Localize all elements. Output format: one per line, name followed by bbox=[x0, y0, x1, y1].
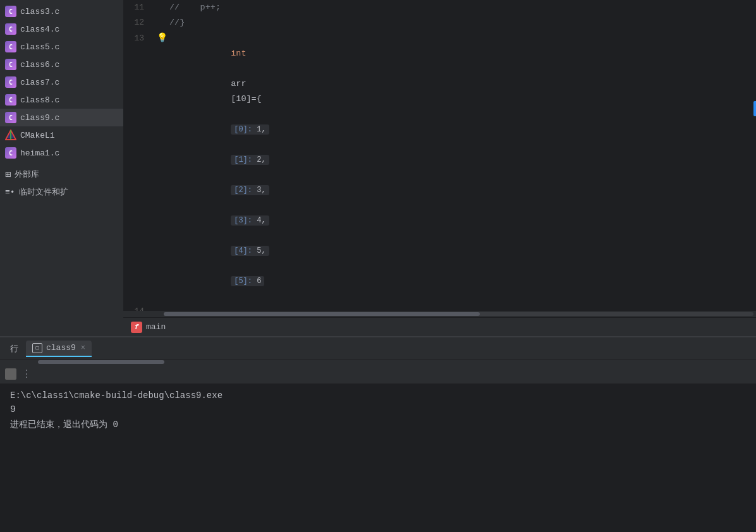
breadcrumb-func-name: main bbox=[146, 322, 166, 332]
space bbox=[231, 261, 236, 270]
sidebar-item-cmake[interactable]: CMakeLi bbox=[0, 126, 123, 144]
sidebar-item-class7[interactable]: C class7.c bbox=[0, 73, 123, 91]
c-file-icon: C bbox=[5, 59, 16, 70]
panel-toolbar: ⋮ bbox=[0, 364, 756, 384]
svg-text:C: C bbox=[9, 8, 13, 15]
bottom-panel: 行 ▢ class9 × ⋮ E:\c\class1\cmake-build-d… bbox=[0, 336, 756, 532]
line-gutter-13: 💡 bbox=[154, 30, 169, 45]
tab-close-button[interactable]: × bbox=[81, 344, 85, 353]
sidebar-item-label: class9.c bbox=[20, 113, 59, 123]
svg-text:C: C bbox=[9, 61, 13, 68]
line-number-14: 14 bbox=[126, 304, 154, 311]
svg-text:C: C bbox=[9, 150, 13, 157]
code-line-12: 12 //} bbox=[123, 15, 756, 30]
panel-scrollbar-track[interactable] bbox=[0, 360, 756, 364]
hint-2: [2]: 3, bbox=[231, 185, 269, 195]
code-line-14: 14 printf ( format: "%d" , &arr[9]-&arr[… bbox=[123, 304, 756, 311]
sidebar-item-class4[interactable]: C class4.c bbox=[0, 20, 123, 38]
terminal-icon: ▢ bbox=[32, 343, 42, 353]
output-path: E:\c\class1\cmake-build-debug\class9.exe bbox=[10, 390, 746, 401]
output-exit-msg: 进程已结束，退出代码为 0 bbox=[10, 419, 746, 430]
sidebar-item-class5[interactable]: C class5.c bbox=[0, 38, 123, 56]
hint-5: [5]: 6 bbox=[231, 276, 264, 286]
output-result: 9 bbox=[10, 404, 746, 415]
temp-files-section[interactable]: ≡• 临时文件和扩 bbox=[0, 183, 123, 201]
cmake-file-icon bbox=[5, 130, 16, 141]
hint-4: [4]: 5, bbox=[231, 246, 269, 256]
space bbox=[231, 231, 236, 240]
sidebar-item-heima1[interactable]: C heima1.c bbox=[0, 144, 123, 162]
svg-text:C: C bbox=[9, 44, 13, 51]
panel-tab-class9[interactable]: ▢ class9 × bbox=[26, 341, 92, 357]
sidebar-item-class3[interactable]: C class3.c bbox=[0, 3, 123, 20]
panel-tabs: 行 ▢ class9 × bbox=[0, 337, 756, 360]
sidebar-item-class9[interactable]: C class9.c bbox=[0, 109, 123, 126]
c-file-icon: C bbox=[5, 23, 16, 35]
right-accent-bar bbox=[753, 101, 756, 116]
panel-scrollbar-thumb[interactable] bbox=[38, 360, 164, 364]
sidebar-item-label: CMakeLi bbox=[20, 131, 55, 140]
panel-menu-icon[interactable]: ⋮ bbox=[21, 368, 32, 380]
c-file-icon: C bbox=[5, 41, 16, 52]
sidebar-item-label: class6.c bbox=[20, 60, 59, 70]
sidebar-item-class6[interactable]: C class6.c bbox=[0, 56, 123, 73]
line-code-13: int arr [10]={ [0]: 1, [1]: 2, [2]: 3, [… bbox=[169, 31, 269, 304]
c-file-icon: C bbox=[5, 94, 16, 106]
tab-label: class9 bbox=[46, 343, 76, 353]
sidebar-item-label: class8.c bbox=[20, 95, 59, 105]
line-code-12: //} bbox=[169, 15, 185, 30]
var-arr: arr bbox=[231, 79, 246, 88]
panel-scrollbar[interactable] bbox=[0, 360, 756, 364]
editor-area: 11 // p++; 12 //} 13 💡 bbox=[123, 0, 756, 336]
sidebar-item-label: class7.c bbox=[20, 78, 59, 87]
external-libs-section[interactable]: ⊞ 外部库 bbox=[0, 166, 123, 183]
temp-files-icon: ≡• bbox=[5, 188, 15, 197]
line-code-11: // p++; bbox=[169, 0, 221, 15]
sidebar-item-label: class3.c bbox=[20, 7, 59, 16]
line-number-12: 12 bbox=[126, 15, 154, 30]
code-container[interactable]: 11 // p++; 12 //} 13 💡 bbox=[123, 0, 756, 311]
space bbox=[231, 200, 236, 210]
sidebar-item-label: class5.c bbox=[20, 42, 59, 52]
code-line-11: 11 // p++; bbox=[123, 0, 756, 15]
sidebar-item-class8[interactable]: C class8.c bbox=[0, 91, 123, 109]
run-label-text: 行 bbox=[10, 343, 18, 354]
keyword-int: int bbox=[231, 49, 246, 58]
hint-3: [3]: 4, bbox=[231, 215, 269, 226]
svg-text:C: C bbox=[9, 79, 13, 86]
c-file-icon: C bbox=[5, 112, 16, 123]
breadcrumb-bar: f main bbox=[123, 317, 756, 336]
panel-output: E:\c\class1\cmake-build-debug\class9.exe… bbox=[0, 384, 756, 532]
space bbox=[231, 64, 236, 73]
hint-0: [0]: 1, bbox=[231, 124, 269, 135]
sidebar-item-label: heima1.c bbox=[20, 148, 59, 158]
code-line-13: 13 💡 int arr [10]={ [0]: 1, [1]: 2, bbox=[123, 30, 756, 304]
space bbox=[231, 109, 236, 119]
scrollbar-thumb[interactable] bbox=[164, 312, 480, 316]
space bbox=[231, 170, 236, 179]
line-number-13: 13 bbox=[126, 31, 154, 46]
run-label[interactable]: 行 bbox=[5, 341, 23, 357]
function-icon: f bbox=[131, 322, 142, 333]
svg-text:C: C bbox=[9, 97, 13, 104]
svg-text:C: C bbox=[9, 114, 13, 121]
sidebar: C class3.c C class4.c C class5.c bbox=[0, 0, 123, 336]
sidebar-item-label: class4.c bbox=[20, 25, 59, 34]
external-libs-icon: ⊞ bbox=[5, 169, 11, 181]
space bbox=[231, 140, 236, 149]
line-number-11: 11 bbox=[126, 0, 154, 15]
hint-1: [1]: 2, bbox=[231, 155, 269, 165]
c-file-icon: C bbox=[5, 6, 16, 17]
stop-button[interactable] bbox=[5, 368, 16, 380]
external-libs-label: 外部库 bbox=[15, 169, 39, 180]
line-code-14: printf ( format: "%d" , &arr[9]-&arr[0] … bbox=[169, 304, 308, 311]
bulb-icon[interactable]: 💡 bbox=[157, 30, 168, 45]
array-index: [10]={ bbox=[231, 94, 262, 104]
editor-horizontal-scrollbar[interactable] bbox=[123, 311, 756, 317]
c-file-icon: C bbox=[5, 147, 16, 159]
func-icon-label: f bbox=[135, 323, 139, 331]
c-file-icon: C bbox=[5, 76, 16, 88]
scrollbar-track[interactable] bbox=[164, 312, 753, 316]
temp-files-label: 临时文件和扩 bbox=[19, 186, 68, 198]
editor-content[interactable]: 11 // p++; 12 //} 13 💡 bbox=[123, 0, 756, 311]
